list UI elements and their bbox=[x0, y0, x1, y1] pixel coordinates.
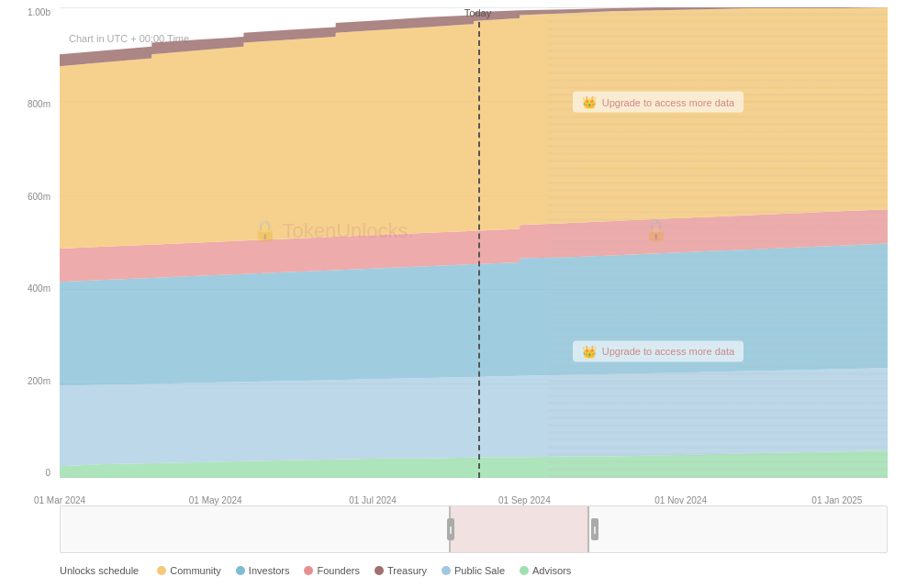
x-axis: 01 Mar 2024 01 May 2024 01 Jul 2024 01 S… bbox=[60, 478, 888, 505]
x-label-may: 01 May 2024 bbox=[189, 495, 242, 505]
y-axis: 0 200m 400m 600m 800m 1.00b bbox=[5, 7, 50, 478]
legend-label-treasury: Treasury bbox=[387, 565, 427, 576]
nav-handle-left[interactable]: ‖ bbox=[447, 518, 454, 540]
legend-item-advisors: Advisors bbox=[520, 565, 571, 576]
x-label-nov: 01 Nov 2024 bbox=[654, 495, 707, 505]
legend-label-community: Community bbox=[170, 565, 221, 576]
legend-item-investors: Investors bbox=[236, 565, 290, 576]
y-label-800m: 800m bbox=[5, 99, 50, 109]
upgrade-box-bottom[interactable]: 👑 Upgrade to access more data bbox=[573, 340, 744, 361]
legend-dot-public-sale bbox=[442, 566, 451, 575]
upgrade-region-top: 👑 Upgrade to access more data bbox=[556, 57, 879, 147]
legend-dot-community bbox=[157, 566, 166, 575]
today-label: Today bbox=[464, 7, 491, 18]
chart-wrapper: 0 200m 400m 600m 800m 1.00b Chart in UTC… bbox=[0, 0, 906, 588]
y-label-0: 0 bbox=[5, 468, 50, 478]
legend-dot-treasury bbox=[375, 566, 384, 575]
today-line bbox=[478, 22, 480, 478]
upgrade-text-bottom: Upgrade to access more data bbox=[602, 346, 734, 357]
legend-label-public-sale: Public Sale bbox=[454, 565, 505, 576]
x-label-jul: 01 Jul 2024 bbox=[349, 495, 397, 505]
nav-selection[interactable]: ‖ ‖ bbox=[449, 506, 589, 552]
legend-item-public-sale: Public Sale bbox=[442, 565, 505, 576]
legend-dot-investors bbox=[236, 566, 245, 575]
upgrade-region-bottom: 👑 Upgrade to access more data bbox=[556, 306, 879, 396]
crown-icon-top: 👑 bbox=[582, 95, 597, 109]
legend-label-founders: Founders bbox=[317, 565, 359, 576]
navigator[interactable]: ‖ ‖ bbox=[60, 505, 888, 553]
y-label-400m: 400m bbox=[5, 283, 50, 294]
legend: Unlocks schedule Community Investors Fou… bbox=[60, 557, 888, 584]
y-label-200m: 200m bbox=[5, 376, 50, 386]
legend-item-treasury: Treasury bbox=[375, 565, 427, 576]
legend-dot-advisors bbox=[520, 566, 529, 575]
legend-dot-founders bbox=[304, 566, 313, 575]
x-label-sep: 01 Sep 2024 bbox=[498, 495, 551, 505]
nav-handle-right[interactable]: ‖ bbox=[591, 518, 598, 540]
legend-item-founders: Founders bbox=[304, 565, 359, 576]
crown-icon-bottom: 👑 bbox=[582, 344, 597, 358]
legend-title: Unlocks schedule bbox=[60, 565, 139, 576]
x-label-mar: 01 Mar 2024 bbox=[34, 495, 85, 505]
legend-label-investors: Investors bbox=[249, 565, 290, 576]
upgrade-text-top: Upgrade to access more data bbox=[602, 96, 734, 107]
legend-label-advisors: Advisors bbox=[532, 565, 571, 576]
chart-area: 0 200m 400m 600m 800m 1.00b Chart in UTC… bbox=[60, 7, 888, 505]
y-label-600m: 600m bbox=[5, 192, 50, 202]
x-label-jan: 01 Jan 2025 bbox=[811, 495, 862, 505]
legend-item-community: Community bbox=[157, 565, 221, 576]
y-label-1b: 1.00b bbox=[5, 7, 50, 17]
upgrade-box-top[interactable]: 👑 Upgrade to access more data bbox=[573, 92, 744, 113]
